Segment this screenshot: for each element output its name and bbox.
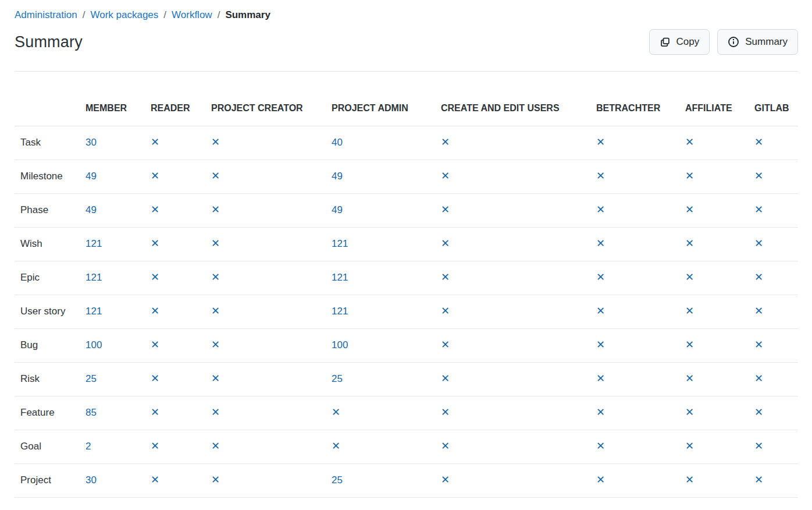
workflow-cell: ✕ [754,261,798,295]
copy-button[interactable]: Copy [649,29,710,55]
no-workflow-x-icon: ✕ [441,338,450,350]
column-header-member: MEMBER [86,72,151,126]
workflow-cell: ✕ [151,328,211,362]
workflow-count-link[interactable]: 40 [332,137,343,148]
no-workflow-x-icon: ✕ [211,136,220,148]
workflow-count-link[interactable]: 49 [86,204,97,215]
summary-button[interactable]: Summary [717,29,798,55]
no-workflow-x-icon: ✕ [211,271,220,283]
workflow-cell: 49 [86,160,151,193]
workflow-cell: ✕ [441,193,596,227]
workflow-count-link[interactable]: 25 [86,373,97,384]
workflow-cell: ✕ [441,463,596,497]
no-workflow-x-icon: ✕ [754,271,763,283]
breadcrumb-link-administration[interactable]: Administration [15,8,77,22]
workflow-cell: ✕ [596,295,685,328]
column-header-reader: READER [151,72,211,126]
no-workflow-x-icon: ✕ [685,372,694,384]
workflow-cell: ✕ [441,261,596,295]
workflow-count-link[interactable]: 25 [332,373,343,384]
table-row: Feature85✕✕✕✕✕✕✕ [15,396,798,430]
workflow-cell: ✕ [211,430,332,463]
work-package-type-label: Bug [15,328,86,362]
no-workflow-x-icon: ✕ [211,338,220,350]
workflow-cell: ✕ [151,126,211,160]
info-icon [728,36,739,48]
no-workflow-x-icon: ✕ [151,136,159,148]
column-header-betrachter: BETRACHTER [596,72,685,126]
no-workflow-x-icon: ✕ [151,203,159,215]
workflow-cell: ✕ [441,126,596,160]
workflow-count-link[interactable]: 121 [332,238,348,249]
table-row: Phase49✕✕49✕✕✕✕ [15,193,798,227]
table-row: User story121✕✕121✕✕✕✕ [15,295,798,328]
summary-button-label: Summary [745,36,788,48]
breadcrumb-separator: / [83,8,86,22]
page-header: Summary Copy [15,29,798,55]
workflow-count-link[interactable]: 121 [332,272,348,283]
no-workflow-x-icon: ✕ [151,406,159,418]
workflow-cell: ✕ [211,126,332,160]
workflow-cell: ✕ [596,261,685,295]
no-workflow-x-icon: ✕ [685,271,694,283]
table-row: Wish121✕✕121✕✕✕✕ [15,227,798,261]
no-workflow-x-icon: ✕ [441,169,450,182]
workflow-cell: 121 [332,295,441,328]
table-body: Task30✕✕40✕✕✕✕Milestone49✕✕49✕✕✕✕Phase49… [15,126,798,497]
workflow-cell: ✕ [596,362,685,396]
breadcrumb-link-work-packages[interactable]: Work packages [90,8,158,22]
workflow-cell: 49 [86,193,151,227]
no-workflow-x-icon: ✕ [754,473,763,486]
no-workflow-x-icon: ✕ [754,237,763,249]
no-workflow-x-icon: ✕ [596,473,605,486]
workflow-cell: ✕ [596,193,685,227]
no-workflow-x-icon: ✕ [685,473,694,486]
no-workflow-x-icon: ✕ [596,136,605,148]
no-workflow-x-icon: ✕ [596,304,605,317]
workflow-cell: ✕ [211,193,332,227]
workflow-count-link[interactable]: 121 [332,306,348,317]
workflow-count-link[interactable]: 100 [332,339,348,350]
workflow-count-link[interactable]: 121 [86,306,102,317]
breadcrumb-separator: / [163,8,166,22]
workflow-cell: ✕ [596,430,685,463]
workflow-count-link[interactable]: 49 [332,171,343,182]
workflow-count-link[interactable]: 121 [86,238,102,249]
workflow-cell: 49 [332,160,441,193]
table-row: Task30✕✕40✕✕✕✕ [15,126,798,160]
workflow-count-link[interactable]: 49 [86,171,97,182]
no-workflow-x-icon: ✕ [211,473,220,486]
no-workflow-x-icon: ✕ [151,338,159,350]
workflow-count-link[interactable]: 25 [332,474,343,486]
column-header-project-admin: PROJECT ADMIN [332,72,441,126]
workflow-cell: 30 [86,126,151,160]
column-header-affiliate: AFFILIATE [685,72,754,126]
work-package-type-label: User story [15,295,86,328]
breadcrumb-current-summary: Summary [225,8,270,22]
workflow-count-link[interactable]: 2 [86,441,91,452]
no-workflow-x-icon: ✕ [685,169,694,182]
no-workflow-x-icon: ✕ [754,304,763,317]
workflow-cell: ✕ [596,396,685,430]
workflow-cell: ✕ [211,227,332,261]
workflow-count-link[interactable]: 85 [86,407,97,418]
workflow-cell: ✕ [151,295,211,328]
workflow-cell: 2 [86,430,151,463]
workflow-count-link[interactable]: 121 [86,272,102,283]
breadcrumb-link-workflow[interactable]: Workflow [172,8,212,22]
no-workflow-x-icon: ✕ [754,136,763,148]
workflow-count-link[interactable]: 30 [86,474,97,486]
workflow-cell: 30 [86,463,151,497]
workflow-count-link[interactable]: 30 [86,137,97,148]
no-workflow-x-icon: ✕ [441,136,450,148]
no-workflow-x-icon: ✕ [596,169,605,182]
no-workflow-x-icon: ✕ [596,406,605,418]
table-row: Bug100✕✕100✕✕✕✕ [15,328,798,362]
no-workflow-x-icon: ✕ [596,203,605,215]
workflow-count-link[interactable]: 49 [332,204,343,215]
workflow-cell: 25 [86,362,151,396]
workflow-cell: ✕ [151,227,211,261]
admin-workflow-summary-page: Administration / Work packages / Workflo… [0,0,812,498]
workflow-count-link[interactable]: 100 [86,339,102,350]
workflow-cell: ✕ [441,227,596,261]
